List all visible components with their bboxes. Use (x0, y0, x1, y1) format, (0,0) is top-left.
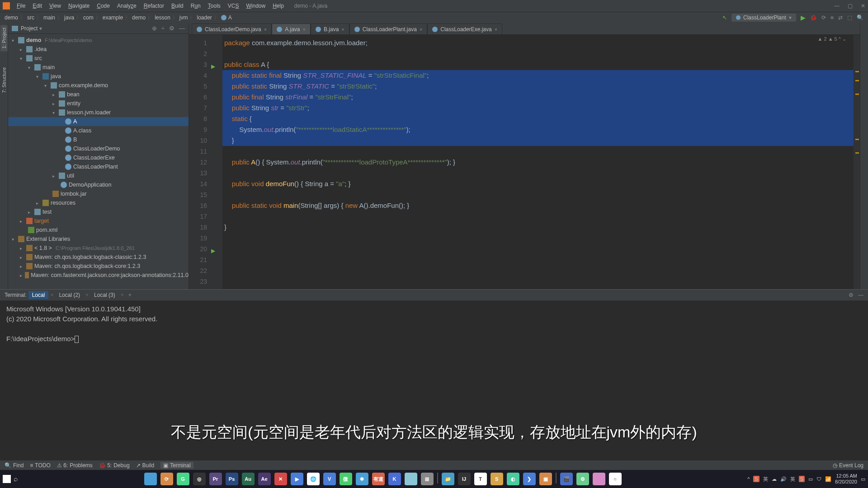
app-icon[interactable]: S (491, 473, 503, 485)
network-icon[interactable]: 📶 (825, 476, 831, 482)
build-icon[interactable]: ↖ (722, 14, 727, 21)
app-icon[interactable] (405, 473, 417, 485)
menu-help[interactable]: Help (269, 1, 287, 10)
app-icon[interactable]: ⟳ (160, 473, 173, 485)
app-icon[interactable]: 有道 (372, 473, 385, 485)
search-icon[interactable]: ⬚ (847, 14, 852, 21)
app-icon[interactable]: G (177, 473, 189, 485)
hide-icon[interactable]: — (179, 25, 185, 32)
minimize-icon[interactable]: — (834, 3, 840, 9)
bc-lesson[interactable]: lesson (155, 14, 170, 21)
app-icon[interactable]: Ae (258, 473, 271, 485)
ime-indicator[interactable]: 英 (763, 476, 768, 483)
tab-close-icon[interactable]: × (420, 27, 422, 32)
tab-b[interactable]: B.java× (311, 23, 349, 34)
app-icon[interactable]: Ps (226, 473, 238, 485)
term-tab-local2[interactable]: Local (2) (55, 291, 84, 299)
collapse-icon[interactable]: ⊕ (152, 25, 157, 32)
system-tray[interactable]: ^ S 英 ☁ 🔊 英 S ▭ 🛡 📶 12:05 AM8/20/2020 ▭ (747, 473, 865, 485)
tab-classloaderdemo[interactable]: ClassLoaderDemo.java× (192, 23, 272, 34)
run-icon[interactable]: ▶ (801, 14, 806, 21)
terminal-output[interactable]: Microsoft Windows [Version 10.0.19041.45… (0, 300, 868, 463)
tab-classloaderexe[interactable]: ClassLoaderExe.java× (427, 23, 502, 34)
tool-find[interactable]: 🔍 Find (5, 462, 24, 469)
app-icon[interactable]: 📁 (442, 473, 454, 485)
app-icon[interactable]: 🎬 (560, 473, 573, 485)
expand-icon[interactable]: ÷ (161, 25, 165, 32)
app-icon[interactable]: 微 (340, 473, 352, 485)
run-config-dropdown[interactable]: ClassLoaderPlant ▾ (731, 14, 796, 22)
debug-icon[interactable]: 🐞 (810, 14, 817, 21)
mail-icon[interactable]: ▭ (808, 476, 813, 482)
notification-icon[interactable]: ▭ (861, 476, 865, 482)
app-icon[interactable]: ◐ (507, 473, 519, 485)
tool-debug[interactable]: 🐞 5: Debug (99, 462, 130, 469)
app-icon[interactable]: Au (242, 473, 255, 485)
tab-project[interactable]: 1: Project (0, 25, 8, 51)
new-terminal-icon[interactable]: + (126, 292, 134, 298)
app-icon[interactable]: ◎ (193, 473, 206, 485)
menu-analyze[interactable]: Analyze (114, 1, 140, 10)
maximize-icon[interactable]: ▢ (848, 3, 853, 9)
git-update-icon[interactable]: ⇄ (838, 14, 843, 21)
app-icon[interactable] (144, 473, 157, 485)
volume-icon[interactable]: 🔊 (780, 476, 787, 482)
bc-demo[interactable]: demo (5, 14, 18, 21)
menu-run[interactable]: Run (188, 1, 204, 10)
run-coverage-icon[interactable]: ⟳ (821, 14, 826, 21)
tray-up-icon[interactable]: ^ (747, 476, 750, 482)
app-icon[interactable]: ○ (609, 473, 622, 485)
term-tab-local[interactable]: Local (28, 291, 49, 299)
bc-demo2[interactable]: demo (132, 14, 146, 21)
menu-window[interactable]: Window (243, 1, 269, 10)
app-icon[interactable]: ▣ (539, 473, 552, 485)
inspection-widget[interactable]: ▲ 2 ▲ 5 ^ ⌄ (813, 36, 851, 42)
app-icon[interactable]: Pr (209, 473, 222, 485)
bc-main[interactable]: main (43, 14, 55, 21)
bc-src[interactable]: src (27, 14, 34, 21)
app-icon[interactable]: ❯ (523, 473, 536, 485)
tool-terminal[interactable]: ▣ Terminal (160, 462, 193, 469)
menu-edit[interactable]: Edit (29, 1, 45, 10)
tab-classloaderplant[interactable]: ClassLoaderPlant.java× (349, 23, 428, 34)
tab-close-icon[interactable]: × (341, 27, 344, 32)
bc-a[interactable]: A (221, 14, 232, 21)
close-icon[interactable]: ✕ (861, 3, 865, 9)
bc-jvm[interactable]: jvm (179, 14, 188, 21)
menu-build[interactable]: Build (168, 1, 187, 10)
term-tab-local3[interactable]: Local (3) (90, 291, 119, 299)
app-icon[interactable]: K (388, 473, 401, 485)
tool-build[interactable]: ↗ Build (136, 462, 155, 469)
tab-a[interactable]: A.java× (272, 23, 311, 34)
project-label[interactable]: Project (21, 25, 38, 32)
bc-example[interactable]: example (103, 14, 123, 21)
windows-start-icon[interactable] (3, 475, 11, 483)
gear-icon[interactable]: ⚙ (169, 25, 175, 32)
app-icon[interactable]: ✱ (356, 473, 368, 485)
tab-close-icon[interactable]: × (303, 27, 306, 32)
bc-java[interactable]: java (64, 14, 74, 21)
find-icon[interactable]: 🔍 (857, 14, 863, 21)
app-icon[interactable]: ▶ (291, 473, 303, 485)
menu-file[interactable]: File (14, 1, 28, 10)
stop-icon[interactable]: ■ (830, 14, 834, 21)
cloud-icon[interactable]: ☁ (772, 476, 777, 482)
gear-icon[interactable]: ⚙ (849, 292, 854, 298)
taskbar-clock[interactable]: 12:05 AM8/20/2020 (835, 473, 857, 485)
menu-tools[interactable]: Tools (205, 1, 224, 10)
menu-navigate[interactable]: Navigate (65, 1, 93, 10)
app-icon[interactable]: 🌐 (307, 473, 320, 485)
hide-icon[interactable]: — (858, 292, 863, 298)
app-icon[interactable]: IJ (458, 473, 471, 485)
bc-loader[interactable]: loader (197, 14, 212, 21)
menu-vcs[interactable]: VCS (225, 1, 242, 10)
tool-eventlog[interactable]: ◷ Event Log (833, 462, 863, 469)
tool-problems[interactable]: ⚠ 6: Problems (57, 462, 93, 469)
menu-view[interactable]: View (46, 1, 64, 10)
menu-code[interactable]: Code (94, 1, 113, 10)
app-icon[interactable]: ⚙ (576, 473, 589, 485)
tab-close-icon[interactable]: × (495, 27, 497, 32)
app-icon[interactable]: T (474, 473, 487, 485)
menu-refactor[interactable]: Refactor (141, 1, 167, 10)
tab-close-icon[interactable]: × (264, 27, 267, 32)
